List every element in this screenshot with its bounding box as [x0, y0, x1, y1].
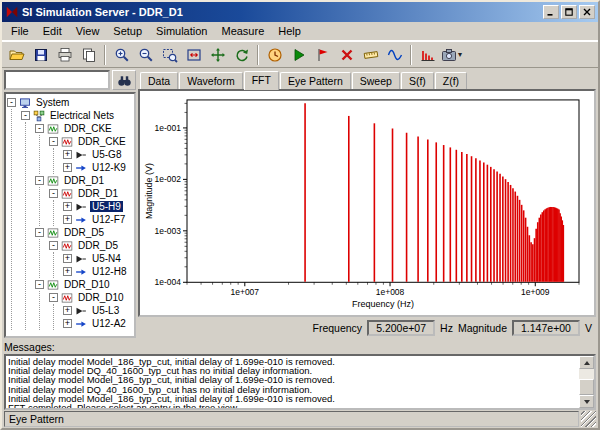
zoom-window-button[interactable]	[158, 44, 181, 66]
tree-item-u12-k9[interactable]: +U12-K9	[63, 161, 133, 174]
tree-item-electrical-nets[interactable]: -Electrical Nets	[21, 109, 133, 122]
refresh-button[interactable]	[230, 44, 253, 66]
tree-expander[interactable]: -	[35, 176, 44, 185]
maximize-button[interactable]	[561, 5, 577, 19]
tab-waveform[interactable]: Waveform	[179, 72, 242, 89]
menu-help[interactable]: Help	[271, 23, 308, 39]
zoom-out-button[interactable]	[134, 44, 157, 66]
tree-item-u12-a2[interactable]: +U12-A2	[63, 317, 133, 330]
menu-simulation[interactable]: Simulation	[149, 23, 214, 39]
tree-item-ddr-d5[interactable]: -DDR_D5	[49, 239, 133, 252]
titlebar[interactable]: SI Simulation Server - DDR_D1	[2, 2, 598, 22]
tree-expander[interactable]: -	[49, 293, 58, 302]
tree-expander[interactable]: -	[49, 137, 58, 146]
tree-item-u5-l3[interactable]: +U5-L3	[63, 304, 133, 317]
svg-text:1e+007: 1e+007	[231, 287, 260, 297]
tab-sweep[interactable]: Sweep	[352, 72, 400, 89]
zoom-fit-button[interactable]	[182, 44, 205, 66]
zoom-in-icon	[114, 47, 130, 63]
frequency-value: 5.200e+07	[367, 320, 435, 336]
tree-box: -System-Electrical Nets-DDR_CKE-DDR_CKE+…	[4, 92, 136, 338]
pan-button[interactable]	[206, 44, 229, 66]
tree-item-ddr-cke[interactable]: -DDR_CKE	[35, 122, 133, 135]
tree-item-u5-g8[interactable]: +U5-G8	[63, 148, 133, 161]
tree-item-label: U5-H9	[90, 201, 123, 212]
net-icon	[61, 188, 73, 200]
copy-icon	[81, 47, 97, 63]
print-button[interactable]	[53, 44, 76, 66]
tree-expander[interactable]: +	[63, 306, 72, 315]
waveform-button[interactable]	[383, 44, 406, 66]
marker-icon	[315, 47, 331, 63]
tree-item-u5-n4[interactable]: +U5-N4	[63, 252, 133, 265]
tab-eye-pattern[interactable]: Eye Pattern	[280, 72, 351, 89]
tree-expander[interactable]: -	[35, 124, 44, 133]
scroll-down-button[interactable]	[579, 395, 594, 408]
tree-expander[interactable]: +	[63, 267, 72, 276]
main-area: -System-Electrical Nets-DDR_CKE-DDR_CKE+…	[2, 68, 598, 340]
menu-file[interactable]: File	[4, 23, 36, 39]
menu-edit[interactable]: Edit	[36, 23, 69, 39]
waveform-icon	[387, 47, 403, 63]
run-simulation-button[interactable]	[287, 44, 310, 66]
scroll-up-button[interactable]	[579, 356, 594, 369]
capture-button[interactable]: ▾	[440, 44, 463, 66]
open-button[interactable]	[5, 44, 28, 66]
tree-item-label: U12-F7	[90, 214, 127, 225]
tree-search-input[interactable]	[4, 70, 110, 90]
tree-item-label: U12-A2	[90, 318, 128, 329]
tree-expander[interactable]: +	[63, 319, 72, 328]
tree-expander[interactable]: +	[63, 163, 72, 172]
tree-item-system[interactable]: -System	[7, 96, 133, 109]
tree-item-ddr-cke[interactable]: -DDR_CKE	[49, 135, 133, 148]
tree-expander[interactable]: -	[35, 228, 44, 237]
tree-item-u12-h8[interactable]: +U12-H8	[63, 265, 133, 278]
close-button[interactable]	[579, 5, 595, 19]
tree-expander[interactable]: +	[63, 150, 72, 159]
tree-item-ddr-d1[interactable]: -DDR_D1	[35, 174, 133, 187]
clock-button[interactable]	[263, 44, 286, 66]
delete-button[interactable]	[335, 44, 358, 66]
spectrum-button[interactable]	[416, 44, 439, 66]
tree-expander[interactable]: -	[49, 241, 58, 250]
tree-item-ddr-d5[interactable]: -DDR_D5	[35, 226, 133, 239]
tab-data[interactable]: Data	[140, 72, 178, 89]
tree-expander[interactable]: -	[7, 98, 16, 107]
measure-button[interactable]	[359, 44, 382, 66]
copy-button[interactable]	[77, 44, 100, 66]
tree-expander[interactable]: +	[63, 215, 72, 224]
marker-button[interactable]	[311, 44, 334, 66]
resize-grip[interactable]	[581, 411, 596, 427]
tab-s-f-[interactable]: S(f)	[401, 72, 434, 89]
tree-expander[interactable]: -	[49, 189, 58, 198]
tree-item-label: Electrical Nets	[48, 110, 116, 121]
fft-chart[interactable]: 1e+0071e+0081e+0091e-0011e-0021e-0031e-0…	[141, 92, 593, 314]
tree-item-ddr-d1[interactable]: -DDR_D1	[49, 187, 133, 200]
tab-z-f-[interactable]: Z(f)	[435, 72, 467, 89]
save-button[interactable]	[29, 44, 52, 66]
tree-item-u12-f7[interactable]: +U12-F7	[63, 213, 133, 226]
tree-expander[interactable]: -	[35, 280, 44, 289]
find-button[interactable]	[112, 70, 136, 90]
tree-item-u5-h9[interactable]: +U5-H9	[63, 200, 133, 213]
window-title: SI Simulation Server - DDR_D1	[22, 6, 540, 18]
scrollbar-thumb[interactable]	[579, 379, 594, 395]
tab-fft[interactable]: FFT	[244, 71, 279, 90]
tree-expander[interactable]: +	[63, 254, 72, 263]
menu-setup[interactable]: Setup	[106, 23, 149, 39]
svg-text:1e-002: 1e-002	[155, 174, 182, 184]
statusbar: Eye Pattern	[2, 410, 598, 428]
tree-expander[interactable]: -	[21, 111, 30, 120]
menu-view[interactable]: View	[69, 23, 107, 39]
zoom-window-icon	[162, 47, 178, 63]
magnitude-value: 1.147e+00	[512, 320, 580, 336]
menu-measure[interactable]: Measure	[214, 23, 271, 39]
zoom-in-button[interactable]	[110, 44, 133, 66]
tree-item-label: U5-N4	[90, 253, 123, 264]
minimize-button[interactable]	[543, 5, 559, 19]
messages-scrollbar[interactable]	[579, 356, 594, 408]
scrollbar-track[interactable]	[579, 369, 594, 395]
tree-item-ddr-d10[interactable]: -DDR_D10	[35, 278, 133, 291]
tree-item-ddr-d10[interactable]: -DDR_D10	[49, 291, 133, 304]
tree-expander[interactable]: +	[63, 202, 72, 211]
